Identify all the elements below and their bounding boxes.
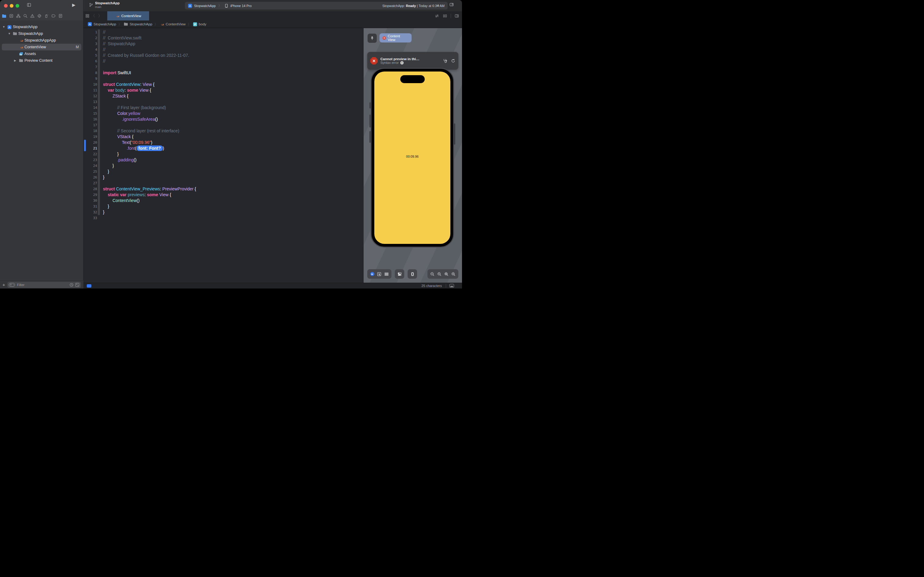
line-number[interactable]: 7 — [84, 64, 97, 70]
tree-item-preview-content[interactable]: ▶Preview Content — [0, 57, 83, 64]
breadcrumb-stopwatchapp[interactable]: StopwatchApp — [124, 22, 152, 26]
info-icon[interactable]: i — [400, 61, 404, 64]
code-line-24[interactable]: } — [103, 163, 114, 169]
line-number[interactable]: 9 — [84, 76, 97, 82]
code-line-29[interactable]: static var previews: some View { — [103, 192, 171, 198]
code-line-18[interactable]: // Second layer (rest of interface) — [103, 128, 179, 134]
forward-icon[interactable]: 〉 — [98, 13, 102, 19]
breadcrumb-stopwatchapp[interactable]: StopwatchApp — [88, 22, 116, 26]
add-button[interactable]: + — [437, 3, 439, 8]
line-number[interactable]: 18 — [84, 128, 97, 134]
device-preview-icon[interactable] — [410, 272, 415, 276]
code-line-26[interactable]: } — [103, 174, 105, 180]
code-line-6[interactable]: // — [103, 58, 105, 64]
line-number[interactable]: 24 — [84, 163, 97, 169]
fold-ribbon[interactable] — [98, 29, 100, 215]
close-button[interactable] — [4, 4, 8, 8]
line-number[interactable]: 6 — [84, 58, 97, 64]
line-number[interactable]: 17 — [84, 122, 97, 128]
diagnostics-icon[interactable] — [443, 59, 448, 63]
zoom-fit-icon[interactable] — [444, 272, 449, 276]
line-number[interactable]: 21 — [84, 145, 97, 151]
code-line-16[interactable]: .ignoresSafeArea() — [103, 116, 158, 122]
flags-filter-icon[interactable] — [75, 283, 79, 287]
project-navigator-icon[interactable] — [2, 14, 6, 18]
app-screen[interactable]: 00:09.96 — [374, 71, 451, 244]
live-preview-button[interactable]: ▶ — [370, 272, 374, 276]
breakpoint-navigator-icon[interactable] — [52, 14, 56, 18]
tab-overview-icon[interactable] — [85, 14, 90, 18]
code-line-20[interactable]: Text("00:09.96") — [103, 140, 152, 145]
source-control-navigator-icon[interactable] — [9, 14, 13, 18]
editor-indicator-icon[interactable] — [87, 284, 91, 288]
sidebar-toggle-icon[interactable] — [27, 3, 31, 7]
breadcrumb-contentview[interactable]: ContentView — [160, 22, 185, 26]
line-number[interactable]: 19 — [84, 134, 97, 140]
line-number[interactable]: 31 — [84, 203, 97, 210]
zoom-in-icon[interactable] — [451, 272, 456, 276]
symbol-navigator-icon[interactable] — [16, 14, 21, 18]
line-number[interactable]: 29 — [84, 192, 97, 198]
report-navigator-icon[interactable] — [58, 14, 63, 18]
run-button[interactable]: ▶ — [72, 2, 76, 7]
line-number[interactable]: 15 — [84, 111, 97, 116]
source-editor[interactable]: 1//2// ContentView.swift3// StopwatchApp… — [84, 28, 364, 283]
zoom-button[interactable] — [16, 4, 19, 8]
line-number[interactable]: 26 — [84, 174, 97, 180]
error-banner[interactable]: ✕ Cannot preview in thi… Syntax error i — [367, 52, 458, 70]
add-editor-icon[interactable] — [455, 14, 459, 18]
code-line-21[interactable]: .font(font: Font?) — [103, 145, 164, 151]
code-line-4[interactable]: // — [103, 47, 105, 53]
code-line-19[interactable]: VStack { — [103, 134, 134, 140]
window-icon[interactable] — [449, 284, 454, 288]
line-number[interactable]: 27 — [84, 180, 97, 186]
device-settings-icon[interactable] — [398, 272, 402, 276]
code-line-31[interactable]: } — [103, 203, 109, 210]
inspector-toggle-icon[interactable] — [449, 2, 454, 7]
code-review-icon[interactable] — [435, 14, 439, 18]
selectable-preview-icon[interactable] — [377, 272, 382, 276]
line-number[interactable]: 28 — [84, 186, 97, 192]
tree-item-stopwatchapp[interactable]: ▼StopwatchApp — [0, 24, 83, 30]
zoom-out-icon[interactable] — [430, 272, 435, 276]
tree-item-assets[interactable]: Assets — [0, 50, 83, 57]
filter-field[interactable] — [7, 282, 81, 288]
recent-clock-icon[interactable] — [69, 283, 74, 287]
back-icon[interactable]: 〈 — [91, 13, 95, 19]
tree-item-stopwatchappapp[interactable]: StopwatchAppApp — [0, 37, 83, 44]
code-line-22[interactable]: } — [103, 151, 119, 157]
line-number[interactable]: 25 — [84, 169, 97, 174]
code-line-30[interactable]: ContentView() — [103, 198, 140, 203]
line-number[interactable]: 12 — [84, 93, 97, 99]
line-number[interactable]: 8 — [84, 70, 97, 76]
find-navigator-icon[interactable] — [23, 14, 27, 18]
line-number[interactable]: 2 — [84, 35, 97, 41]
line-number[interactable]: 32 — [84, 210, 97, 215]
retry-icon[interactable] — [451, 59, 455, 63]
code-line-2[interactable]: // ContentView.swift — [103, 35, 142, 41]
tree-item-contentview[interactable]: ContentViewM — [0, 44, 83, 50]
editor-options-icon[interactable] — [443, 14, 447, 18]
line-number[interactable]: 5 — [84, 53, 97, 58]
line-number[interactable]: 14 — [84, 105, 97, 111]
code-line-32[interactable]: } — [103, 210, 105, 215]
line-number[interactable]: 16 — [84, 116, 97, 122]
line-number[interactable]: 4 — [84, 47, 97, 53]
code-line-1[interactable]: // — [103, 29, 105, 35]
line-number[interactable]: 23 — [84, 157, 97, 163]
code-line-25[interactable]: } — [103, 169, 109, 174]
minimize-button[interactable] — [10, 4, 13, 8]
filter-input[interactable] — [16, 283, 68, 287]
zoom-100-icon[interactable] — [437, 272, 441, 276]
issue-navigator-icon[interactable] — [30, 14, 35, 18]
test-navigator-icon[interactable] — [37, 14, 42, 18]
line-number[interactable]: 10 — [84, 82, 97, 87]
scheme-selector[interactable]: StopwatchApp 〉 iPhone 14 Pro StopwatchAp… — [185, 2, 448, 10]
tab-contentview[interactable]: ContentView — [107, 11, 149, 21]
line-number[interactable]: 22 — [84, 151, 97, 157]
pin-icon[interactable] — [368, 34, 377, 43]
code-line-14[interactable]: // First layer (background) — [103, 105, 166, 111]
code-line-8[interactable]: import SwiftUI — [103, 70, 131, 76]
code-line-5[interactable]: // Created by Russell Gordon on 2022-11-… — [103, 53, 189, 58]
disclosure-open-icon[interactable]: ▼ — [8, 32, 11, 35]
